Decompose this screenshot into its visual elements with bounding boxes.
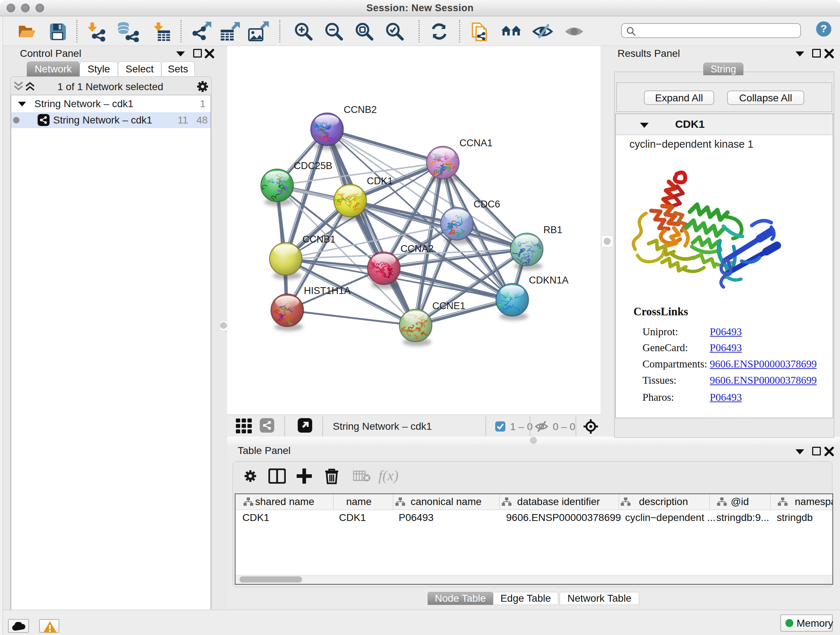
svg-text:CDC6: CDC6 <box>474 199 500 210</box>
svg-text:CDK1: CDK1 <box>367 176 393 187</box>
svg-text:CCNA1: CCNA1 <box>459 138 493 149</box>
svg-text:CDKN1A: CDKN1A <box>529 275 569 286</box>
svg-text:CCNB1: CCNB1 <box>302 234 336 245</box>
svg-text:CCNE1: CCNE1 <box>432 301 466 311</box>
svg-text:RB1: RB1 <box>543 225 562 235</box>
svg-text:CCNA2: CCNA2 <box>401 243 434 254</box>
svg-text:HIST1H1A: HIST1H1A <box>304 285 351 296</box>
svg-text:?: ? <box>821 22 827 35</box>
svg-text:CDC25B: CDC25B <box>294 160 332 171</box>
svg-text:CCNB2: CCNB2 <box>344 104 377 115</box>
